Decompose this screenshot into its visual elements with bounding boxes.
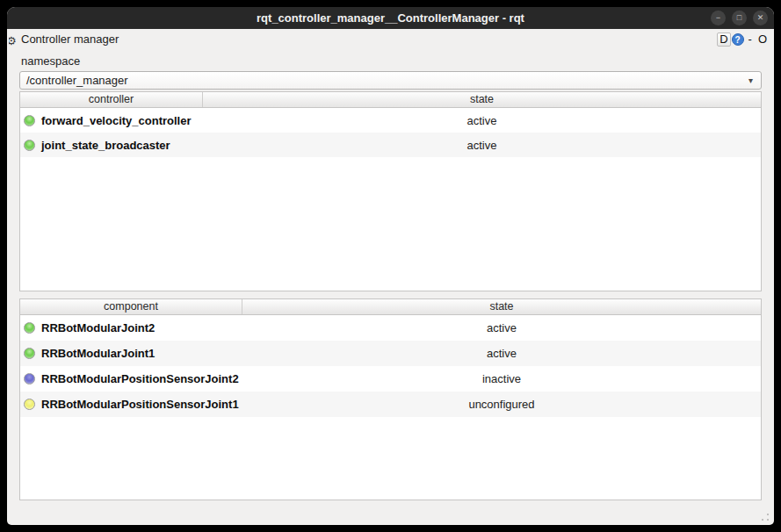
- table-row[interactable]: forward_velocity_controlleractive: [20, 108, 761, 133]
- green-led-status-icon: [24, 140, 35, 151]
- namespace-combobox[interactable]: /controller_manager ▾: [19, 71, 762, 90]
- dock-float-button[interactable]: O: [756, 32, 769, 46]
- row-name-cell: joint_state_broadcaster: [20, 139, 203, 152]
- dock-d-button[interactable]: D: [717, 32, 730, 47]
- rqt-window: rqt_controller_manager__ControllerManage…: [7, 7, 774, 525]
- namespace-selected-value: /controller_manager: [26, 74, 128, 87]
- window-title: rqt_controller_manager__ControllerManage…: [257, 11, 524, 25]
- row-name-label: forward_velocity_controller: [41, 114, 192, 127]
- components-table-header: component state: [20, 299, 761, 315]
- window-controls: − □ ✕: [711, 7, 768, 29]
- row-name-cell: RRBotModularPositionSensorJoint2: [20, 372, 242, 385]
- dock-minimize-button[interactable]: -: [747, 32, 754, 46]
- green-led-status-icon: [24, 348, 35, 359]
- namespace-label: namespace: [21, 54, 774, 68]
- row-state-value: active: [242, 321, 761, 334]
- column-header-state[interactable]: state: [242, 299, 761, 314]
- row-state-value: active: [203, 139, 761, 152]
- row-name-cell: RRBotModularPositionSensorJoint1: [20, 398, 242, 411]
- row-state-value: inactive: [242, 372, 761, 385]
- column-header-controller[interactable]: controller: [20, 92, 203, 107]
- close-button[interactable]: ✕: [753, 11, 768, 25]
- components-table: component state RRBotModularJoint2active…: [19, 298, 762, 500]
- row-name-label: RRBotModularPositionSensorJoint1: [41, 398, 239, 411]
- table-row[interactable]: RRBotModularPositionSensorJoint2inactive: [20, 366, 761, 392]
- yellow-led-status-icon: [24, 399, 35, 410]
- components-table-body: RRBotModularJoint2activeRRBotModularJoin…: [20, 315, 761, 417]
- help-icon[interactable]: ?: [732, 33, 744, 46]
- row-name-cell: RRBotModularJoint2: [20, 321, 242, 334]
- green-led-status-icon: [24, 115, 35, 126]
- window-titlebar[interactable]: rqt_controller_manager__ControllerManage…: [7, 7, 774, 29]
- column-header-state[interactable]: state: [203, 92, 761, 107]
- controllers-table-header: controller state: [20, 92, 761, 108]
- green-led-status-icon: [24, 322, 35, 334]
- row-name-cell: forward_velocity_controller: [20, 114, 203, 127]
- row-name-cell: RRBotModularJoint1: [20, 347, 242, 360]
- resize-grip[interactable]: [761, 513, 770, 521]
- table-row[interactable]: RRBotModularJoint1active: [20, 341, 761, 366]
- row-state-value: active: [242, 347, 761, 360]
- row-state-value: active: [203, 114, 761, 127]
- plugin-dock-titlebar[interactable]: ⚙ Controller manager D ? - O: [7, 29, 774, 49]
- chevron-down-icon: ▾: [748, 75, 753, 85]
- purple-led-status-icon: [24, 373, 35, 385]
- dock-buttons: D ? - O: [717, 32, 769, 47]
- table-row[interactable]: joint_state_broadcasteractive: [20, 133, 761, 157]
- plugin-title: Controller manager: [21, 32, 119, 46]
- column-header-component[interactable]: component: [20, 299, 242, 314]
- controllers-table: controller state forward_velocity_contro…: [19, 91, 762, 291]
- row-state-value: unconfigured: [242, 398, 761, 411]
- row-name-label: joint_state_broadcaster: [41, 139, 170, 152]
- table-row[interactable]: RRBotModularJoint2active: [20, 315, 761, 341]
- maximize-button[interactable]: □: [732, 11, 747, 25]
- minimize-button[interactable]: −: [711, 11, 726, 25]
- row-name-label: RRBotModularPositionSensorJoint2: [41, 372, 239, 385]
- row-name-label: RRBotModularJoint2: [41, 321, 155, 334]
- controllers-table-body: forward_velocity_controlleractivejoint_s…: [20, 108, 761, 157]
- table-row[interactable]: RRBotModularPositionSensorJoint1unconfig…: [20, 392, 761, 417]
- plugin-gear-icon: ⚙: [9, 32, 18, 47]
- row-name-label: RRBotModularJoint1: [41, 347, 155, 360]
